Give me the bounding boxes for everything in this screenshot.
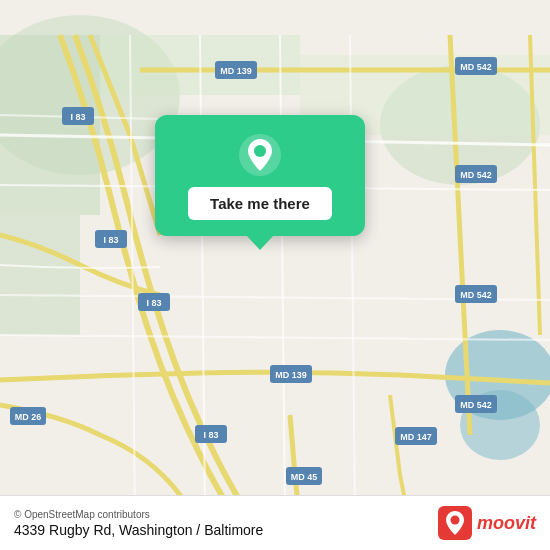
take-me-there-button[interactable]: Take me there	[188, 187, 332, 220]
address-label: 4339 Rugby Rd, Washington / Baltimore	[14, 522, 263, 538]
moovit-logo: moovit	[438, 506, 536, 540]
svg-text:MD 26: MD 26	[15, 412, 42, 422]
svg-text:MD 139: MD 139	[220, 66, 252, 76]
bottom-info-bar: © OpenStreetMap contributors 4339 Rugby …	[0, 495, 550, 550]
svg-text:MD 542: MD 542	[460, 400, 492, 410]
location-pin-icon	[238, 133, 282, 177]
osm-credit: © OpenStreetMap contributors	[14, 509, 263, 520]
svg-text:MD 542: MD 542	[460, 62, 492, 72]
svg-text:I 83: I 83	[103, 235, 118, 245]
address-section: © OpenStreetMap contributors 4339 Rugby …	[14, 509, 263, 538]
svg-text:MD 542: MD 542	[460, 290, 492, 300]
moovit-text-label: moovit	[477, 513, 536, 534]
map-roads: I 83 I 83 I 83 I 83 MD 139 MD 139 MD 542…	[0, 0, 550, 550]
svg-text:MD 147: MD 147	[400, 432, 432, 442]
moovit-brand-icon	[438, 506, 472, 540]
svg-text:I 83: I 83	[146, 298, 161, 308]
svg-text:MD 45: MD 45	[291, 472, 318, 482]
svg-text:MD 542: MD 542	[460, 170, 492, 180]
svg-text:MD 139: MD 139	[275, 370, 307, 380]
svg-point-37	[450, 516, 459, 525]
svg-point-35	[254, 145, 266, 157]
svg-text:I 83: I 83	[203, 430, 218, 440]
svg-text:I 83: I 83	[70, 112, 85, 122]
map-container: I 83 I 83 I 83 I 83 MD 139 MD 139 MD 542…	[0, 0, 550, 550]
location-popup: Take me there	[155, 115, 365, 236]
svg-rect-1	[0, 215, 80, 335]
